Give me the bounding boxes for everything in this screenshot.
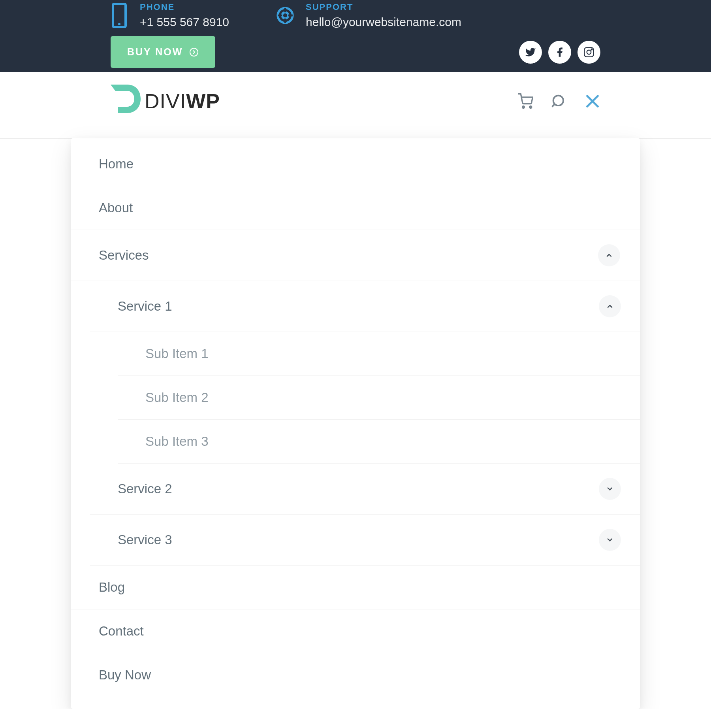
logo-text-wp: WP — [186, 89, 220, 113]
logo-mark-icon — [111, 85, 141, 118]
svg-point-3 — [282, 12, 288, 19]
svg-point-1 — [118, 23, 120, 25]
submenu-item-service1[interactable]: Service 1 — [90, 281, 640, 332]
menu-item-label: About — [99, 200, 133, 215]
menu-item-label: Service 1 — [118, 299, 172, 314]
support-label: SUPPORT — [306, 2, 461, 12]
instagram-icon[interactable] — [577, 41, 600, 64]
subsubmenu-item-3[interactable]: Sub Item 3 — [118, 420, 640, 464]
cart-icon[interactable] — [517, 93, 533, 109]
menu-item-label: Services — [99, 248, 149, 263]
menu-item-buynow[interactable]: Buy Now — [71, 653, 640, 697]
navbar: DIVIWP — [0, 72, 711, 139]
logo-text-divi: DIVI — [145, 89, 186, 113]
menu-item-label: Sub Item 2 — [145, 390, 209, 405]
phone-label: PHONE — [140, 2, 229, 12]
menu-item-label: Service 2 — [118, 481, 172, 496]
topbar: PHONE +1 555 567 8910 SUPPORT — [0, 0, 711, 72]
menu-item-label: Buy Now — [99, 668, 151, 683]
svg-point-11 — [591, 49, 592, 50]
buy-now-label: BUY NOW — [127, 46, 183, 58]
phone-block: PHONE +1 555 567 8910 — [111, 2, 229, 29]
menu-item-label: Service 3 — [118, 532, 172, 547]
chevron-down-icon[interactable] — [599, 478, 621, 500]
svg-point-12 — [523, 106, 525, 108]
close-icon[interactable] — [585, 93, 600, 109]
phone-icon — [111, 2, 128, 28]
svg-point-13 — [530, 106, 532, 108]
buy-now-button[interactable]: BUY NOW — [111, 36, 215, 68]
menu-item-services[interactable]: Services — [71, 230, 640, 281]
menu-item-label: Sub Item 3 — [145, 434, 209, 449]
logo[interactable]: DIVIWP — [111, 85, 220, 118]
support-value[interactable]: hello@yourwebsitename.com — [306, 15, 461, 29]
chevron-up-icon[interactable] — [598, 244, 620, 266]
menu-item-label: Sub Item 1 — [145, 346, 209, 361]
search-icon[interactable] — [551, 94, 566, 109]
support-block: SUPPORT hello@yourwebsitename.com — [276, 2, 461, 29]
twitter-icon[interactable] — [519, 41, 542, 64]
menu-item-home[interactable]: Home — [71, 142, 640, 186]
arrow-circle-icon — [189, 47, 199, 57]
menu-item-label: Home — [99, 157, 134, 172]
menu-item-about[interactable]: About — [71, 186, 640, 230]
menu-item-label: Blog — [99, 580, 125, 595]
chevron-down-icon[interactable] — [599, 529, 621, 551]
mobile-menu-dropdown: Home About Services Service 1 Sub Item 1 — [71, 138, 640, 709]
chevron-up-icon[interactable] — [599, 295, 621, 317]
svg-point-8 — [190, 48, 198, 56]
social-links — [519, 41, 600, 64]
phone-value[interactable]: +1 555 567 8910 — [140, 15, 229, 29]
menu-item-blog[interactable]: Blog — [71, 566, 640, 609]
subsubmenu-item-2[interactable]: Sub Item 2 — [118, 376, 640, 420]
svg-point-14 — [553, 96, 563, 106]
facebook-icon[interactable] — [548, 41, 571, 64]
svg-point-10 — [587, 50, 591, 54]
subsubmenu-item-1[interactable]: Sub Item 1 — [118, 332, 640, 376]
support-icon — [276, 2, 294, 28]
submenu-item-service2[interactable]: Service 2 — [90, 464, 640, 515]
svg-line-15 — [552, 104, 555, 107]
submenu-item-service3[interactable]: Service 3 — [90, 515, 640, 566]
menu-item-label: Contact — [99, 624, 144, 639]
menu-item-contact[interactable]: Contact — [71, 609, 640, 653]
